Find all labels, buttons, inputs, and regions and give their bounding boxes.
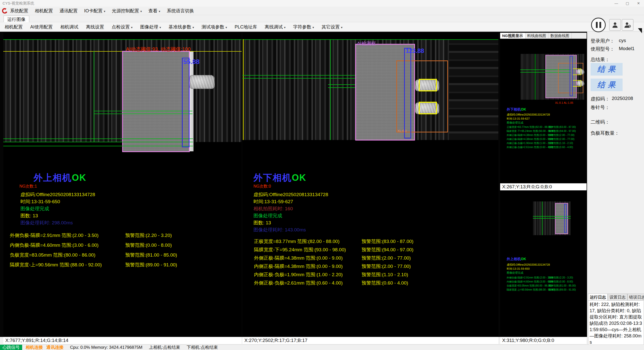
- machine-region: [449, 40, 498, 140]
- measurement-warn: 预警范围:(94.00 - 97.00): [362, 247, 413, 253]
- measurement-warn: 预警范围:(81.00 - 85.00): [125, 252, 177, 258]
- measurement-warn: 预警范围:(2.00 - 77.00): [362, 255, 411, 261]
- minimize-icon[interactable]: —: [611, 0, 622, 7]
- thumb-done: 图像处理完成: [507, 121, 523, 125]
- tool-camera-config[interactable]: 相机配置: [5, 24, 23, 30]
- tab-error-log[interactable]: 错误日志: [627, 294, 644, 301]
- thumb-camera-name: 外上相机OK: [507, 257, 526, 261]
- tab-setting-log[interactable]: 设置日志: [608, 294, 627, 301]
- tool-baseline-params[interactable]: 基准线参数: [169, 24, 194, 30]
- thumb-measure: 预警范围:(2.20 - 3.20): [549, 276, 573, 279]
- tool-test-params[interactable]: 测试项参数: [202, 24, 227, 30]
- camera-connection-status: 相机连接: [26, 344, 43, 350]
- measurement-text: 隔膜宽度-上=90.56mm 范围:(88.00 - 92.00): [10, 262, 102, 268]
- tool-spot-check[interactable]: 点检设置: [112, 24, 133, 30]
- measurement-text: 内侧正极-负极=1.90mm 范围:(1.00 - 2.20): [254, 271, 343, 278]
- measurement-warn: 预警范围:(0.60 - 4.00): [362, 280, 408, 286]
- ng-thumbnail-lower-camera[interactable]: XL:0.1 AL:1.05 外下相机OK 虚拟码:Offline2025020…: [500, 39, 587, 183]
- menu-light-control-config[interactable]: 光源控制配置: [112, 8, 142, 14]
- thumb-measure: 预警范围:(94.00 - 97.00): [549, 129, 576, 133]
- measurement-text: 负极宽度=83.05mm 范围:(80.00 - 86.00): [10, 252, 95, 258]
- tab-run-log[interactable]: 运行日志: [588, 294, 608, 301]
- pause-button[interactable]: [591, 18, 606, 32]
- camera-name-label: 外下相机OK: [253, 172, 306, 184]
- tool-offline-setting[interactable]: 离线设置: [86, 24, 104, 30]
- model-label: 使用型号：: [591, 46, 615, 52]
- virtual-code: 虚拟码:Offline20250208133134728: [253, 191, 328, 198]
- heartbeat-status: 心跳信号: [0, 345, 22, 350]
- electrode-roi-rect: [122, 51, 190, 152]
- capture-time: 时间:13-31-59-627: [253, 198, 293, 205]
- scroll-arrow-icon[interactable]: [638, 28, 642, 33]
- thumb-scene: [533, 201, 571, 235]
- left-camera-view[interactable]: AI动态阈值:93, 动态阈值:100 55.88 外上相机OK NG次数:1 …: [3, 33, 242, 336]
- process-done: 图像处理完成: [253, 213, 282, 219]
- menu-comm-config[interactable]: 通讯配置: [59, 8, 78, 14]
- thumb-time: 时间:13-31-59-650: [507, 267, 530, 271]
- measurement-warn: 预警范围:(0.00 - 8.00): [125, 242, 172, 249]
- thumb-measure: 内侧正极-负极=1.90mm 范围:(1.00 - 2.20): [507, 142, 553, 145]
- cpu-memory-status: Cpu: 0.0% Memory: 3424.41796875M: [70, 345, 142, 350]
- reference-line-green: [3, 39, 242, 40]
- capture-time: 时间:13-31-59-650: [20, 198, 60, 205]
- shoot-elapsed: 相机拍照耗时: 160: [253, 205, 293, 212]
- ng-thumbnail-upper-camera[interactable]: 外上相机OK 虚拟码:Offline20250208133134728 时间:1…: [500, 190, 587, 336]
- measurement-text: 内侧负极-隔膜=4.60mm 范围:(3.00 - 6.00): [10, 242, 99, 249]
- tool-offline-debug[interactable]: 离线调试: [265, 24, 285, 30]
- measurement-warn: 预警范围:(2.00 - 77.00): [362, 263, 411, 270]
- user-config-button[interactable]: [622, 19, 633, 31]
- virtual-code-value: 20250208: [612, 96, 633, 101]
- measurement-text: 隔膜宽度-下=95.24mm 范围:(93.00 - 98.00): [254, 247, 346, 253]
- tab-foil: [189, 75, 215, 89]
- tab-ng-view[interactable]: NG视图显示: [500, 33, 525, 39]
- result-badge: 结果: [591, 79, 623, 91]
- menu-language-switch[interactable]: 系统语言切换: [167, 8, 194, 14]
- tool-char-params[interactable]: 字符参数: [293, 24, 314, 30]
- measurement-text: 内侧正极-隔膜=4.38mm 范围:(0.00 - 9.00): [254, 263, 343, 270]
- process-done: 图像处理完成: [20, 205, 49, 212]
- virtual-code-label: 虚拟码：: [591, 96, 610, 102]
- right-camera-view[interactable]: AI检测框 123.88 XL:0.1 外下相机OK NG次数:0 虚拟码:Of…: [242, 33, 498, 336]
- tab-data-curve[interactable]: 数据曲线图: [549, 33, 572, 39]
- upper-camera-status: 上相机:点检结束: [149, 344, 180, 350]
- frame-count: 图数: 13: [253, 220, 271, 226]
- close-icon[interactable]: ✕: [633, 0, 644, 7]
- tool-plc-address[interactable]: PLC地址库: [235, 24, 257, 30]
- ai-threshold-label: AI动态阈值:93, 动态阈值:100: [126, 46, 191, 53]
- measure-line-vertical: [330, 39, 331, 140]
- measurement-warn: 预警范围:(2.20 - 3.20): [125, 232, 172, 239]
- tool-other-settings[interactable]: 其它设置: [321, 24, 342, 30]
- maximize-icon[interactable]: ▢: [622, 0, 633, 7]
- thumb-measure: 负极宽度=83.05mm 范围:(80.00 - 86.00): [507, 284, 552, 288]
- measurement-text: 正极宽度=83.77mm 范围:(82.00 - 88.00): [254, 238, 340, 245]
- tab-material-curve[interactable]: 料线曲线图: [525, 33, 549, 39]
- thumb-roi-blue: [564, 204, 567, 233]
- run-log-content[interactable]: 耗时: 222, 缺陷检测耗时: 17, 缺陷分类耗时: 0, 缺陷提取分区耗时…: [588, 300, 644, 345]
- tool-ai-use-config[interactable]: AI使用配置: [30, 24, 53, 30]
- user-button[interactable]: [609, 19, 621, 31]
- menu-system-config[interactable]: 系统配置: [10, 8, 28, 14]
- thumb-virtual: 虚拟码:Offline20250208133134728: [507, 113, 550, 117]
- reference-line-yellow: [243, 39, 244, 140]
- thumb-measure: 预警范围:(0.00 - 8.00): [549, 280, 573, 284]
- view-tab-row: [0, 15, 644, 22]
- tab-count-label: 负极耳数量：: [591, 130, 619, 136]
- menu-bar: 系统配置 相机配置 通讯配置 IO卡配置 光源控制配置 查看 系统语言切换: [0, 7, 644, 15]
- measure-value: 123.88: [406, 47, 424, 54]
- thumb-done: 图像处理完成: [507, 271, 523, 275]
- thumb2-coordinate-readout: X:311;Y:980;R:0;G:0;B:0: [500, 337, 587, 344]
- measurement-warn: 预警范围:(83.00 - 87.00): [362, 238, 413, 245]
- thumb-measure: 预警范围:(2.00 - 77.00): [549, 133, 574, 137]
- log-tab-bar: 运行日志 设置日志 错误日志: [588, 294, 644, 301]
- user-icon: [611, 21, 619, 29]
- tool-image-process[interactable]: 图像处理: [140, 24, 161, 30]
- menu-camera-config[interactable]: 相机配置: [35, 8, 53, 14]
- tool-camera-debug[interactable]: 相机调试: [60, 24, 78, 30]
- menu-view[interactable]: 查看: [148, 8, 160, 14]
- ai-measure-rect: [182, 58, 189, 147]
- thumb-measure: 预警范围:(83.00 - 87.00): [549, 125, 576, 129]
- menu-io-card-config[interactable]: IO卡配置: [84, 8, 105, 14]
- comm-connection-status: 通讯连接: [46, 344, 63, 350]
- thumb-roi-yellow: [572, 68, 581, 75]
- thumb-measure: 预警范围:(0.60 - 4.00): [549, 146, 573, 149]
